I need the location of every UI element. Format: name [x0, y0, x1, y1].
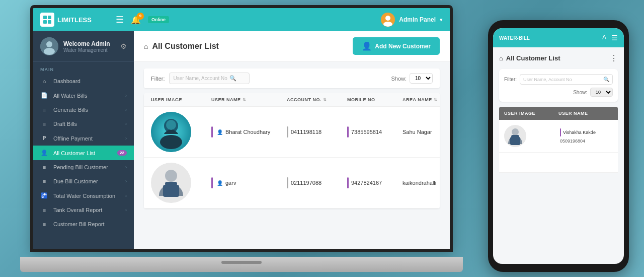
- user-image-cell: [151, 158, 211, 208]
- phone-container: WATER-BILL Λ ☰ ⌂ All Customer List ⋮ Fil: [488, 20, 629, 272]
- sort-icon: ⇅: [243, 98, 247, 102]
- svg-rect-2: [43, 20, 47, 24]
- online-status: Online: [148, 16, 169, 23]
- area-name-text: Sahu Nagar: [403, 129, 432, 135]
- svg-point-11: [160, 135, 182, 149]
- phone-page-title: ⌂ All Customer List: [499, 54, 560, 62]
- offline-payment-icon: ₱: [40, 135, 48, 142]
- page-body: Filter: User Name, Account No 🔍 Show: 10: [134, 61, 450, 249]
- table-header: USER IMAGE USER NAME ⇅ ACCOUNT NO. ⇅: [144, 93, 440, 107]
- sidebar-item-all-water-bills[interactable]: 📄 All Water Bills ›: [33, 88, 134, 103]
- tank-report-icon: ≡: [40, 207, 48, 213]
- phone-screen: WATER-BILL Λ ☰ ⌂ All Customer List ⋮ Fil: [493, 28, 624, 264]
- draft-bills-icon: ≡: [40, 121, 48, 127]
- phone-nav-icon-1[interactable]: Λ: [602, 34, 606, 42]
- page-area: ⌂ All Customer List 👤 Add New Customer: [134, 31, 450, 249]
- phone-show-row: Show: 10: [504, 88, 613, 97]
- sidebar-item-customer-bill-report[interactable]: ≡ Customer Bill Report: [33, 217, 134, 231]
- cell-mobile-1: 7385595814: [347, 126, 403, 137]
- phone-account-no: 0509196804: [560, 138, 613, 144]
- account-divider: [287, 126, 288, 137]
- phone-top-nav: WATER-BILL Λ ☰: [493, 28, 624, 47]
- settings-icon[interactable]: ⚙: [120, 42, 127, 50]
- phone-user-name-row: Vishakha Kakde: [560, 128, 613, 136]
- customer-bill-report-icon: ≡: [40, 221, 48, 227]
- cell-user-name-2: 👤 garv: [211, 177, 287, 188]
- phone-show-select[interactable]: 10: [590, 88, 613, 97]
- phone-user-name: Vishakha Kakde: [563, 130, 596, 135]
- sidebar-item-label: Due Bill Customer: [53, 178, 98, 184]
- cell-mobile-2: 9427824167: [347, 177, 403, 188]
- cell-area-2: kaikondrahalli: [403, 180, 440, 186]
- nav-center: ☰ 🔔 9 Online: [116, 15, 381, 25]
- phone-hamburger-icon[interactable]: ☰: [611, 34, 618, 42]
- sidebar-avatar-svg: [40, 37, 58, 55]
- cell-user-name-1: 👤 Bharat Choudhary: [211, 126, 287, 137]
- area-name-text: kaikondrahalli: [403, 180, 436, 186]
- add-new-customer-button[interactable]: 👤 Add New Customer: [353, 37, 440, 55]
- admin-avatar: [381, 13, 395, 27]
- laptop-screen: LIMITLESS ☰ 🔔 9 Online: [30, 5, 453, 252]
- sidebar-item-water-consumption[interactable]: 🚰 Total Water Consumption ›: [33, 188, 134, 203]
- dashboard-icon: ⌂: [40, 78, 48, 84]
- phone-search-icon: 🔍: [603, 77, 609, 82]
- account-no-text: 0211197088: [291, 180, 321, 186]
- phone-table-row-partial: [499, 153, 618, 173]
- user-image-cell: [151, 107, 211, 157]
- sidebar-item-generate-bills[interactable]: ≡ Generate Bills ›: [33, 103, 134, 117]
- admin-menu[interactable]: Admin Panel ▾: [381, 13, 443, 27]
- chevron-icon: ›: [125, 193, 127, 198]
- table-row: 👤 Bharat Choudhary 0411198118 738559581: [144, 107, 440, 158]
- bell-button[interactable]: 🔔 9: [131, 15, 141, 25]
- admin-avatar-svg: [381, 13, 395, 27]
- sidebar-item-label: Dashboard: [53, 78, 80, 84]
- svg-point-7: [46, 41, 52, 47]
- user-icon: 👤: [217, 129, 223, 135]
- sidebar-item-offline-payment[interactable]: ₱ Offline Payment ›: [33, 131, 134, 146]
- mobile-divider: [347, 177, 349, 188]
- th-area-name: AREA NAME ⇅: [403, 97, 440, 102]
- th-mobile-no: MOBILE NO: [347, 97, 403, 102]
- filter-input[interactable]: User Name, Account No 🔍: [169, 73, 250, 84]
- phone-more-icon[interactable]: ⋮: [610, 53, 618, 63]
- laptop-container: LIMITLESS ☰ 🔔 9 Online: [20, 5, 458, 272]
- mobile-no-text: 9427824167: [351, 180, 382, 186]
- phone-table-row: Vishakha Kakde 0509196804: [499, 120, 618, 153]
- phone-user-image-cell: [504, 125, 557, 147]
- sidebar-item-tank-report[interactable]: ≡ Tank Overall Report ›: [33, 203, 134, 217]
- app-layout: LIMITLESS ☰ 🔔 9 Online: [33, 8, 450, 249]
- th-user-image: USER IMAGE: [151, 97, 211, 102]
- phone-filter-input[interactable]: User Name, Account No 🔍: [520, 74, 613, 85]
- chevron-icon: ›: [125, 207, 127, 213]
- sidebar-item-pending-bill[interactable]: ≡ Pending Bill Customer ›: [33, 160, 134, 174]
- page-header: ⌂ All Customer List 👤 Add New Customer: [134, 31, 450, 61]
- svg-rect-3: [48, 20, 51, 24]
- person-icon-gray: [151, 163, 191, 203]
- sort-icon: ⇅: [323, 98, 327, 102]
- phone-filter-card: Filter: User Name, Account No 🔍 Show: 10: [499, 69, 618, 102]
- sidebar-item-draft-bills[interactable]: ≡ Draft Bills ›: [33, 117, 134, 131]
- phone-user-info: Vishakha Kakde 0509196804: [560, 128, 613, 144]
- show-label: Show:: [391, 76, 407, 82]
- th-account-no: ACCOUNT NO. ⇅: [287, 97, 347, 102]
- filter-search-icon: 🔍: [229, 75, 236, 82]
- user-avatar-teal: [151, 112, 191, 152]
- filter-input-placeholder: User Name, Account No: [174, 76, 227, 81]
- sidebar-item-label: Customer Bill Report: [53, 221, 104, 227]
- sidebar-item-due-bill[interactable]: ≡ Due Bill Customer ›: [33, 174, 134, 188]
- sidebar-user-sub: Water Management: [63, 47, 115, 53]
- sidebar-item-label: All Water Bills: [53, 93, 87, 99]
- show-select[interactable]: 10: [410, 73, 433, 84]
- sidebar-item-dashboard[interactable]: ⌂ Dashboard: [33, 74, 134, 88]
- filter-right: Show: 10: [391, 73, 433, 84]
- phone-page: ⌂ All Customer List ⋮ Filter: User Name,…: [493, 47, 624, 264]
- hamburger-icon[interactable]: ☰: [116, 15, 124, 24]
- bell-badge: 9: [137, 13, 144, 20]
- chevron-icon: ›: [125, 121, 127, 126]
- sidebar-item-all-customer-list[interactable]: 👤 All Customer List 22: [33, 146, 134, 160]
- chevron-icon: ›: [125, 136, 127, 141]
- sidebar-section-label: MAIN: [33, 62, 134, 74]
- add-btn-label: Add New Customer: [375, 43, 431, 50]
- svg-rect-0: [43, 16, 47, 19]
- sidebar-item-label: Offline Payment: [53, 135, 93, 142]
